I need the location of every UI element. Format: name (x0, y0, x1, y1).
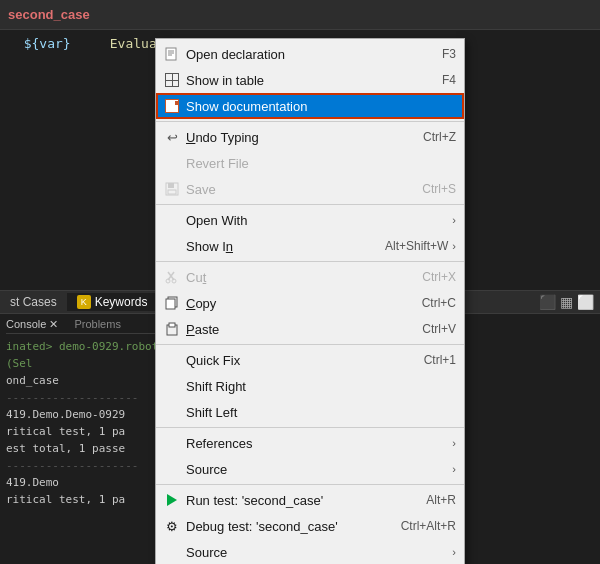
menu-item-quick-fix[interactable]: Quick Fix Ctrl+1 (156, 347, 464, 373)
menu-item-show-documentation[interactable]: Show documentation (156, 93, 464, 119)
svg-rect-0 (166, 48, 176, 60)
paste-shortcut: Ctrl+V (422, 322, 456, 336)
menu-item-show-in[interactable]: Show In Alt+Shift+W › (156, 233, 464, 259)
console-panel: Console ✕ Problems inated> demo-0929.rob… (0, 314, 170, 564)
svg-rect-14 (169, 323, 175, 327)
cut-icon (162, 268, 182, 286)
references-arrow: › (452, 437, 456, 449)
source2-label: Source (186, 545, 448, 560)
menu-item-open-declaration[interactable]: Open declaration F3 (156, 41, 464, 67)
console-line-1: inated> demo-0929.robot (Sel (6, 338, 164, 372)
tab-test-cases[interactable]: st Cases (0, 293, 67, 311)
separator-6 (156, 484, 464, 485)
console-line-8: ritical test, 1 pa (6, 491, 164, 508)
show-in-table-shortcut: F4 (442, 73, 456, 87)
open-with-label: Open With (186, 213, 448, 228)
source2-arrow: › (452, 546, 456, 558)
open-declaration-label: Open declaration (186, 47, 426, 62)
separator-1 (156, 121, 464, 122)
console-line-7: 419.Demo (6, 474, 164, 491)
debug-test-shortcut: Ctrl+Alt+R (401, 519, 456, 533)
keywords-icon: K (77, 295, 91, 309)
open-with-arrow: › (452, 214, 456, 226)
tab-keywords[interactable]: K Keywords (67, 293, 158, 311)
run-test-label: Run test: 'second_case' (186, 493, 410, 508)
save-icon (162, 180, 182, 198)
keywords-tab-label: Keywords (95, 295, 148, 309)
show-in-arrow: › (452, 240, 456, 252)
source-label: Source (186, 462, 448, 477)
menu-item-paste[interactable]: Paste Ctrl+V (156, 316, 464, 342)
console-line-3: -------------------- (6, 389, 164, 406)
console-line-5: ritical test, 1 pa (6, 423, 164, 440)
menu-item-source[interactable]: Source › (156, 456, 464, 482)
show-in-table-icon (162, 71, 182, 89)
shift-right-icon (162, 377, 182, 395)
console-toolbar-icon-3[interactable]: ⬜ (577, 294, 594, 310)
menu-item-debug-test[interactable]: ⚙ Debug test: 'second_case' Ctrl+Alt+R (156, 513, 464, 539)
undo-typing-label: Undo Typing (186, 130, 407, 145)
separator-3 (156, 261, 464, 262)
svg-rect-5 (168, 183, 174, 188)
menu-item-references[interactable]: References › (156, 430, 464, 456)
quick-fix-label: Quick Fix (186, 353, 408, 368)
problems-tab[interactable]: Problems (74, 318, 120, 331)
source-arrow: › (452, 463, 456, 475)
paste-icon (162, 320, 182, 338)
shift-right-label: Shift Right (186, 379, 456, 394)
source2-icon (162, 543, 182, 561)
show-in-label: Show In (186, 239, 369, 254)
doc-icon (165, 99, 179, 113)
shift-left-label: Shift Left (186, 405, 456, 420)
menu-item-shift-left[interactable]: Shift Left (156, 399, 464, 425)
separator-5 (156, 427, 464, 428)
revert-icon (162, 154, 182, 172)
run-triangle-icon (167, 494, 177, 506)
menu-item-run-test[interactable]: Run test: 'second_case' Alt+R (156, 487, 464, 513)
run-test-shortcut: Alt+R (426, 493, 456, 507)
paste-label: Paste (186, 322, 406, 337)
cut-label: Cut (186, 270, 406, 285)
show-documentation-label: Show documentation (186, 99, 440, 114)
show-in-table-label: Show in table (186, 73, 426, 88)
console-line-sep2: -------------------- (6, 457, 164, 474)
console-line-6: est total, 1 passe (6, 440, 164, 457)
menu-item-show-in-table[interactable]: Show in table F4 (156, 67, 464, 93)
run-icon (162, 491, 182, 509)
menu-item-cut: Cut Ctrl+X (156, 264, 464, 290)
test-cases-tab-label: st Cases (10, 295, 57, 309)
save-shortcut: Ctrl+S (422, 182, 456, 196)
table-icon (165, 73, 179, 87)
menu-item-save: Save Ctrl+S (156, 176, 464, 202)
copy-shortcut: Ctrl+C (422, 296, 456, 310)
undo-icon: ↩ (162, 128, 182, 146)
copy-label: Copy (186, 296, 406, 311)
quick-fix-icon (162, 351, 182, 369)
undo-typing-shortcut: Ctrl+Z (423, 130, 456, 144)
debug-test-label: Debug test: 'second_case' (186, 519, 385, 534)
editor-tab-bar: second_case (0, 0, 600, 30)
shift-left-icon (162, 403, 182, 421)
menu-item-open-with[interactable]: Open With › (156, 207, 464, 233)
copy-icon (162, 294, 182, 312)
source-icon (162, 460, 182, 478)
menu-item-copy[interactable]: Copy Ctrl+C (156, 290, 464, 316)
menu-item-undo-typing[interactable]: ↩ Undo Typing Ctrl+Z (156, 124, 464, 150)
references-label: References (186, 436, 448, 451)
references-icon (162, 434, 182, 452)
console-tab[interactable]: Console ✕ (6, 318, 58, 331)
open-declaration-shortcut: F3 (442, 47, 456, 61)
svg-rect-12 (166, 299, 175, 309)
show-documentation-icon (162, 97, 182, 115)
context-menu: Open declaration F3 Show in table F4 Sho… (155, 38, 465, 564)
console-toolbar-icon-1[interactable]: ⬛ (539, 294, 556, 310)
revert-file-label: Revert File (186, 156, 440, 171)
menu-item-revert-file: Revert File (156, 150, 464, 176)
menu-item-source2[interactable]: Source › (156, 539, 464, 564)
menu-item-shift-right[interactable]: Shift Right (156, 373, 464, 399)
separator-2 (156, 204, 464, 205)
console-line-4: 419.Demo.Demo-0929 (6, 406, 164, 423)
console-toolbar-icon-2[interactable]: ▦ (560, 294, 573, 310)
show-in-shortcut: Alt+Shift+W (385, 239, 448, 253)
separator-4 (156, 344, 464, 345)
